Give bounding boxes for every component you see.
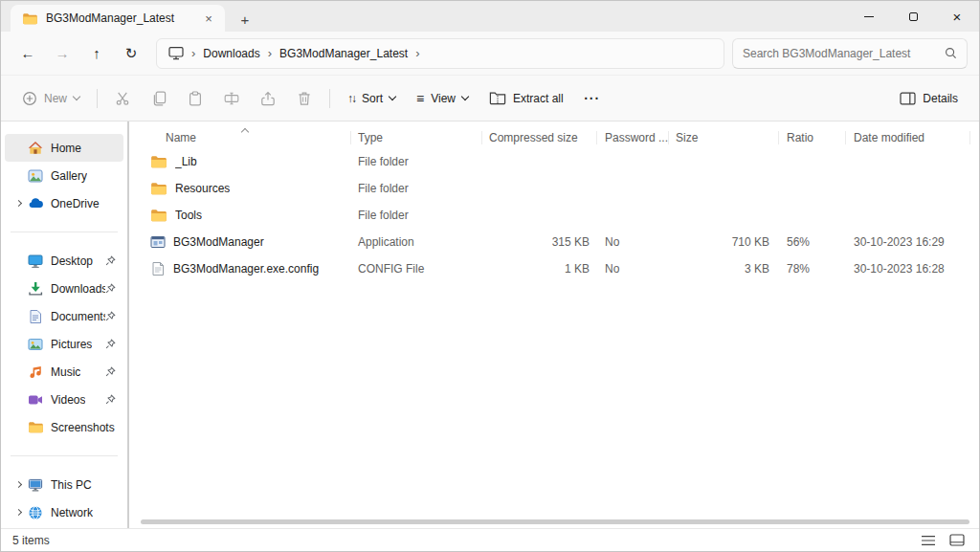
file-size: 3 KB bbox=[669, 262, 779, 276]
column-header-ratio[interactable]: Ratio bbox=[779, 127, 846, 148]
details-pane-icon bbox=[900, 92, 916, 105]
breadcrumb-current-folder[interactable]: BG3ModManager_Latest bbox=[279, 47, 408, 60]
file-name: BG3ModManager bbox=[173, 235, 264, 249]
view-button[interactable]: ≡ View bbox=[407, 83, 478, 114]
sidebar-item-onedrive[interactable]: OneDrive bbox=[5, 189, 123, 217]
forward-button[interactable]: → bbox=[45, 37, 79, 70]
new-plus-icon bbox=[22, 91, 37, 106]
column-header-label: Name bbox=[166, 131, 196, 144]
scrollbar-thumb[interactable] bbox=[141, 519, 969, 524]
search-icon bbox=[945, 47, 957, 59]
paste-button[interactable] bbox=[178, 83, 212, 114]
column-header-type[interactable]: Type bbox=[351, 127, 482, 148]
sidebar: Home Gallery OneDrive Desktop bbox=[1, 121, 127, 528]
copy-button[interactable] bbox=[142, 83, 176, 114]
downloads-icon bbox=[26, 281, 45, 297]
column-header-date-modified[interactable]: Date modified bbox=[846, 127, 970, 148]
file-date-modified: 30-10-2023 16:28 bbox=[846, 262, 970, 276]
sidebar-item-downloads[interactable]: Downloads bbox=[5, 275, 123, 302]
sidebar-item-label: OneDrive bbox=[51, 197, 100, 210]
more-options-button[interactable]: ··· bbox=[575, 83, 610, 114]
folder-tab[interactable]: BG3ModManager_Latest × bbox=[11, 5, 225, 32]
sort-button[interactable]: ↑↓ Sort bbox=[338, 83, 405, 114]
sidebar-item-network[interactable]: Network bbox=[5, 498, 123, 526]
search-box[interactable] bbox=[732, 38, 968, 69]
rename-icon bbox=[224, 91, 239, 106]
sidebar-item-this-pc[interactable]: This PC bbox=[5, 471, 123, 498]
onedrive-icon bbox=[26, 198, 45, 209]
file-row-bg3modmanager[interactable]: BG3ModManager Application 315 KB No 710 … bbox=[141, 229, 979, 255]
copy-icon bbox=[151, 91, 167, 106]
sidebar-item-desktop[interactable]: Desktop bbox=[5, 247, 123, 275]
search-input[interactable] bbox=[743, 47, 945, 60]
sidebar-item-videos[interactable]: Videos bbox=[5, 386, 123, 413]
column-header-label: Date modified bbox=[854, 131, 924, 144]
delete-button[interactable] bbox=[287, 83, 322, 114]
column-header-name[interactable]: Name bbox=[141, 127, 351, 148]
chevron-down-icon bbox=[389, 92, 396, 99]
file-name: Tools bbox=[175, 209, 202, 222]
view-toggles bbox=[918, 532, 968, 549]
details-button[interactable]: Details bbox=[890, 83, 968, 114]
application-icon bbox=[150, 234, 166, 250]
titlebar: BG3ModManager_Latest × + × bbox=[1, 1, 979, 32]
sidebar-separator bbox=[11, 232, 118, 232]
breadcrumb-chevron-icon: › bbox=[415, 46, 419, 60]
file-row-lib[interactable]: _Lib File folder bbox=[141, 148, 979, 175]
folder-icon bbox=[26, 421, 45, 433]
music-icon bbox=[26, 364, 45, 380]
column-header-size[interactable]: Size bbox=[669, 127, 779, 148]
refresh-button[interactable]: ↻ bbox=[114, 37, 148, 70]
sidebar-item-label: This PC bbox=[51, 478, 92, 492]
sidebar-item-pictures[interactable]: Pictures bbox=[5, 330, 123, 358]
tree-expand-chevron[interactable] bbox=[11, 510, 26, 515]
sidebar-item-label: Screenshots bbox=[51, 421, 115, 434]
pin-icon bbox=[105, 339, 116, 349]
folder-icon bbox=[150, 155, 167, 168]
details-view-button[interactable] bbox=[918, 532, 939, 549]
address-bar[interactable]: › Downloads › BG3ModManager_Latest › bbox=[156, 38, 724, 69]
file-row-tools[interactable]: Tools File folder bbox=[141, 202, 979, 229]
sidebar-item-gallery[interactable]: Gallery bbox=[5, 162, 123, 189]
file-compressed-size: 1 KB bbox=[482, 262, 597, 276]
new-button[interactable]: New bbox=[12, 83, 89, 114]
sidebar-item-label: Music bbox=[51, 365, 80, 379]
large-thumbnails-view-button[interactable] bbox=[947, 532, 968, 549]
sidebar-item-documents[interactable]: Documents bbox=[5, 302, 123, 330]
paste-icon bbox=[188, 91, 203, 106]
file-password: No bbox=[597, 235, 669, 249]
minimize-button[interactable] bbox=[847, 1, 891, 32]
breadcrumb-downloads[interactable]: Downloads bbox=[203, 47, 259, 60]
rename-button[interactable] bbox=[214, 83, 249, 114]
extract-all-button[interactable]: Extract all bbox=[479, 83, 573, 114]
file-row-resources[interactable]: Resources File folder bbox=[141, 175, 979, 202]
zip-folder-icon bbox=[489, 91, 506, 105]
back-button[interactable]: ← bbox=[11, 37, 45, 70]
sidebar-item-screenshots[interactable]: Screenshots bbox=[5, 413, 123, 441]
file-ratio: 56% bbox=[779, 235, 846, 249]
column-header-compressed-size[interactable]: Compressed size bbox=[482, 127, 597, 148]
items-count: 5 items bbox=[12, 534, 50, 547]
horizontal-scrollbar[interactable] bbox=[141, 519, 969, 524]
window-controls: × bbox=[847, 1, 979, 32]
tab-close-button[interactable]: × bbox=[200, 10, 217, 27]
maximize-button[interactable] bbox=[891, 1, 935, 32]
column-header-password[interactable]: Password ... bbox=[597, 127, 669, 148]
tree-expand-chevron[interactable] bbox=[11, 482, 26, 487]
desktop-icon bbox=[26, 254, 45, 269]
toolbar-separator bbox=[329, 89, 330, 108]
sidebar-item-label: Desktop bbox=[51, 254, 93, 268]
share-button[interactable] bbox=[251, 83, 285, 114]
chevron-right-icon bbox=[14, 200, 21, 207]
file-type: File folder bbox=[351, 209, 482, 222]
sidebar-item-home[interactable]: Home bbox=[5, 134, 123, 162]
tree-expand-chevron[interactable] bbox=[11, 201, 26, 206]
close-button[interactable]: × bbox=[935, 1, 979, 32]
up-button[interactable]: ↑ bbox=[79, 37, 114, 70]
new-tab-button[interactable]: + bbox=[231, 7, 259, 32]
sidebar-item-label: Downloads bbox=[51, 282, 105, 296]
cut-button[interactable] bbox=[105, 83, 140, 114]
share-icon bbox=[260, 91, 276, 106]
sidebar-item-music[interactable]: Music bbox=[5, 358, 123, 386]
file-row-config[interactable]: BG3ModManager.exe.config CONFIG File 1 K… bbox=[141, 255, 979, 282]
